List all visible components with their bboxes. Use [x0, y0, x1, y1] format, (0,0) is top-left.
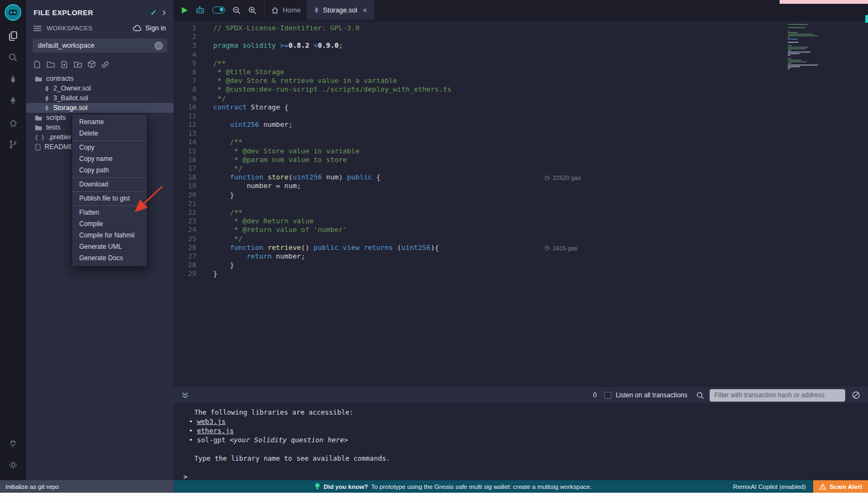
window-bottom-strip — [0, 493, 868, 503]
tree-item-contracts[interactable]: contracts — [26, 74, 174, 83]
hamburger-icon[interactable] — [34, 25, 41, 31]
check-icon[interactable]: ✓ — [150, 8, 157, 17]
editor-minimap[interactable] — [788, 24, 821, 71]
code-line-2[interactable]: 2 — [174, 33, 868, 41]
code-line-4[interactable]: 4 — [174, 50, 868, 59]
code-line-25[interactable]: 25 */ — [174, 235, 868, 243]
terminal-line: The following libraries are accessible: — [174, 408, 868, 417]
remix-logo[interactable] — [0, 0, 26, 25]
scam-alert-badge[interactable]: Scam Alert — [813, 480, 868, 493]
listen-label[interactable]: Listen on all transactions — [616, 391, 687, 399]
minimap-line — [788, 34, 813, 35]
gas-icon — [545, 175, 550, 181]
close-tab-icon[interactable]: × — [363, 6, 367, 15]
context-menu-item-copy-path[interactable]: Copy path — [72, 165, 147, 176]
code-line-10[interactable]: 10contract Storage { — [174, 103, 868, 112]
context-menu-item-compile[interactable]: Compile — [72, 218, 147, 230]
context-menu-item-compile-for-nahmii[interactable]: Compile for Nahmii — [72, 230, 147, 241]
code-line-6[interactable]: 6 * @title Storage — [174, 68, 868, 76]
code-line-7[interactable]: 7 * @dev Store & retrieve value in a var… — [174, 76, 868, 85]
code-line-21[interactable]: 21 — [174, 199, 868, 208]
terminal-search-icon[interactable] — [696, 391, 704, 399]
code-line-15[interactable]: 15 * @dev Store value in variable — [174, 147, 868, 156]
scrollbar-marker[interactable] — [865, 15, 868, 23]
solidity-file-icon — [44, 85, 49, 92]
code-line-18[interactable]: 18 function store(uint256 num) public {2… — [174, 173, 868, 182]
transaction-filter-input[interactable] — [710, 389, 845, 402]
chevron-right-icon[interactable] — [162, 10, 166, 16]
context-menu-item-rename[interactable]: Rename — [72, 117, 147, 128]
tree-item-Storage.sol[interactable]: Storage.sol — [26, 103, 174, 113]
code-line-19[interactable]: 19 number = num; — [174, 182, 868, 190]
code-line-23[interactable]: 23 * @dev Return value — [174, 217, 868, 225]
copilot-status-label[interactable]: RemixAI Copilot (enabled) — [733, 483, 806, 490]
terminal-link-web3.js[interactable]: web3.js — [197, 417, 226, 425]
box-icon[interactable] — [88, 60, 95, 68]
sidebar-item-git[interactable] — [0, 133, 26, 155]
code-line-5[interactable]: 5/** — [174, 59, 868, 68]
code-line-12[interactable]: 12 uint256 number; — [174, 120, 868, 129]
context-menu-item-generate-docs[interactable]: Generate Docs — [72, 253, 147, 264]
listen-checkbox[interactable] — [604, 392, 611, 399]
sidebar-item-file-explorer[interactable] — [0, 25, 26, 47]
sidebar-item-search[interactable] — [0, 47, 26, 68]
context-menu-item-delete[interactable]: Delete — [72, 128, 147, 139]
code-line-24[interactable]: 24 * @return value of 'number' — [174, 225, 868, 234]
line-number: 25 — [174, 235, 205, 243]
zoom-out-icon[interactable] — [232, 6, 241, 15]
code-line-16[interactable]: 16 * @param num value to store — [174, 156, 868, 164]
sidebar-item-deploy-run[interactable] — [0, 90, 26, 112]
code-line-28[interactable]: 28 } — [174, 261, 868, 269]
braces-icon: { } — [35, 134, 44, 140]
tree-item-label: 2_Owner.sol — [53, 85, 91, 92]
code-line-1[interactable]: 1// SPDX-License-Identifier: GPL-3.0 — [174, 24, 868, 33]
sidebar-item-settings[interactable] — [0, 454, 26, 476]
workspace-options-icon[interactable] — [155, 42, 163, 50]
zoom-in-icon[interactable] — [248, 6, 257, 15]
context-menu-item-copy[interactable]: Copy — [72, 142, 147, 153]
tree-item-3_Ballot.sol[interactable]: 3_Ballot.sol — [26, 93, 174, 103]
new-file-icon[interactable] — [34, 61, 41, 68]
scam-alert-label: Scam Alert — [829, 483, 862, 490]
code-editor[interactable]: 1// SPDX-License-Identifier: GPL-3.023pr… — [174, 21, 868, 387]
workspace-selector[interactable]: default_workspace — [33, 38, 167, 53]
code-line-11[interactable]: 11 — [174, 112, 868, 120]
minimap-line — [788, 27, 806, 28]
code-line-13[interactable]: 13 — [174, 129, 868, 138]
code-line-26[interactable]: 26 function retrieve() public view retur… — [174, 243, 868, 252]
tab-storage-sol[interactable]: Storage.sol × — [308, 0, 374, 20]
code-line-20[interactable]: 20 } — [174, 191, 868, 199]
terminal-prompt: > — [183, 473, 188, 481]
context-menu-item-generate-uml[interactable]: Generate UML — [72, 241, 147, 253]
main-area: Home Storage.sol × 1// SPDX-License-Iden… — [174, 0, 868, 480]
terminal-link-ethers.js[interactable]: ethers.js — [197, 427, 234, 435]
sidebar-item-debugger[interactable] — [0, 112, 26, 133]
upload-folder-icon[interactable] — [74, 61, 82, 68]
code-line-22[interactable]: 22 /** — [174, 208, 868, 217]
upload-file-icon[interactable] — [61, 61, 68, 68]
clear-console-icon[interactable] — [852, 391, 860, 399]
code-line-29[interactable]: 29} — [174, 269, 868, 278]
code-line-9[interactable]: 9 */ — [174, 94, 868, 103]
code-line-8[interactable]: 8 * @custom:dev-run-script ./scripts/dep… — [174, 85, 868, 94]
tree-item-2_Owner.sol[interactable]: 2_Owner.sol — [26, 83, 174, 93]
terminal-panel[interactable]: The following libraries are accessible:•… — [174, 403, 868, 480]
sidebar-item-plugin-manager[interactable] — [0, 433, 26, 454]
terminal-line: Type the library name to see available c… — [174, 454, 868, 463]
run-script-button[interactable] — [181, 7, 188, 14]
tab-home[interactable]: Home — [265, 0, 308, 20]
collapse-terminal-icon[interactable] — [181, 392, 189, 399]
status-bar: Initialize as git repo Did you know? To … — [0, 480, 868, 493]
sign-in-button[interactable]: Sign in — [133, 24, 166, 32]
copilot-robot-icon[interactable] — [195, 6, 205, 14]
code-line-27[interactable]: 27 return number; — [174, 252, 868, 261]
code-line-3[interactable]: 3pragma solidity >=0.8.2 <0.9.0; — [174, 41, 868, 50]
code-line-17[interactable]: 17 */ — [174, 164, 868, 173]
link-icon[interactable] — [101, 61, 109, 68]
new-folder-icon[interactable] — [47, 61, 55, 68]
code-line-14[interactable]: 14 /** — [174, 138, 868, 146]
copilot-toggle[interactable] — [212, 7, 225, 14]
init-git-repo-button[interactable]: Initialize as git repo — [0, 480, 174, 493]
context-menu-item-copy-name[interactable]: Copy name — [72, 153, 147, 165]
sidebar-item-solidity-compiler[interactable] — [0, 68, 26, 90]
